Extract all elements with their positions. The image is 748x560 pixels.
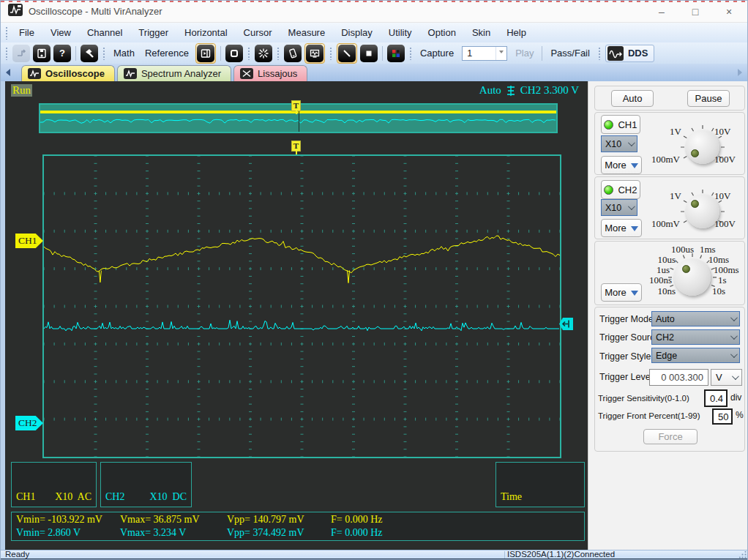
ch1-flag-label: CH1 — [18, 235, 37, 247]
side-panel-toggle[interactable] — [195, 43, 216, 64]
tools-button[interactable] — [81, 45, 98, 62]
status-text: Ready — [5, 550, 29, 559]
trigger-level-marker[interactable] — [559, 318, 573, 333]
trigger-sensitivity-label: Trigger Sensitivity(0-1.0) — [598, 394, 689, 403]
tab-oscilloscope[interactable]: Oscilloscope — [21, 65, 115, 81]
ch2-led-icon — [604, 185, 613, 195]
open-button[interactable] — [12, 45, 30, 62]
timebase-control-group: More 100us 10us 1us 100ns 10ns 1ms 10ms … — [594, 241, 745, 305]
ch2-position-flag[interactable]: CH2 — [15, 416, 43, 430]
device-button[interactable] — [284, 45, 302, 62]
trigger-position-marker-overview[interactable]: T — [291, 100, 301, 111]
menu-item-utility[interactable]: Utility — [381, 24, 420, 41]
menu-item-horizontal[interactable]: Horizontal — [176, 24, 236, 41]
window-title: Oscilloscope - Multi VirAnalyzer — [29, 6, 162, 17]
trigger-style-select[interactable]: Edge — [651, 348, 740, 363]
math-button[interactable]: Math — [108, 48, 140, 59]
ch1-vmin: Vmin= -103.922 mV — [16, 513, 102, 526]
display-wave-toggle[interactable] — [304, 43, 325, 64]
trigger-level-icon — [506, 85, 515, 97]
ch2-flag-label: CH2 — [18, 417, 37, 429]
ch1-probe-select[interactable]: X10 — [601, 135, 637, 152]
menu-grip — [5, 26, 8, 40]
toolbar-grip — [409, 47, 412, 60]
color-settings-button[interactable] — [387, 45, 405, 62]
trigger-level-input[interactable]: 0 003.300 — [649, 369, 708, 386]
play-button[interactable]: Play — [510, 48, 539, 59]
ch1-enable-button[interactable]: CH1 — [601, 115, 640, 134]
capture-label: Capture — [415, 48, 459, 59]
minimize-button[interactable]: – — [651, 6, 673, 18]
ch2-frequency: F= 0.000 Hz — [331, 526, 383, 539]
toolbar-separator — [220, 46, 221, 61]
dds-label: DDS — [628, 48, 648, 59]
menu-item-channel[interactable]: Channel — [79, 24, 130, 41]
ch2-probe-select[interactable]: X10 — [601, 199, 637, 216]
menu-item-trigger[interactable]: Trigger — [130, 24, 176, 41]
capture-count-select[interactable]: 1 — [462, 46, 507, 61]
maximize-button[interactable]: □ — [684, 6, 706, 18]
stop-icon — [363, 48, 375, 59]
save-icon — [36, 48, 48, 59]
full-screen-button[interactable] — [225, 45, 243, 62]
menu-item-help[interactable]: Help — [498, 24, 534, 41]
trigger-style-label: Trigger Style — [599, 351, 651, 362]
chevron-down-icon — [732, 373, 739, 380]
dds-button[interactable]: DDS — [605, 45, 654, 62]
run-control-group: Auto Pause — [594, 86, 745, 111]
pause-button[interactable]: Pause — [687, 90, 730, 107]
toolbar-grip — [247, 47, 250, 60]
menu-item-file[interactable]: File — [11, 24, 42, 41]
main-area: Run Auto CH2 3.300 V T T CH1 CH2 CH1X10 … — [1, 81, 748, 550]
menu-item-cursor[interactable]: Cursor — [236, 24, 280, 41]
tab-lissajous[interactable]: Lissajous — [233, 65, 307, 81]
tab-bar: Oscilloscope Spectrum Analyzer Lissajous — [1, 64, 747, 81]
tab-scroll-left[interactable] — [6, 69, 10, 76]
trigger-front-percent-input[interactable]: 50 — [712, 408, 733, 425]
hammer-icon — [83, 48, 95, 59]
trigger-sensitivity-input[interactable]: 0.4 — [704, 389, 728, 407]
run-status: Run — [11, 84, 32, 97]
auto-button[interactable]: Auto — [611, 90, 654, 107]
center-waves-button[interactable] — [255, 45, 272, 62]
trigger-level-unit-select[interactable]: V — [711, 369, 742, 386]
scope-grid[interactable] — [42, 154, 561, 458]
resize-grip-icon[interactable] — [739, 551, 747, 559]
force-trigger-button[interactable]: Force — [643, 429, 697, 444]
open-icon — [15, 48, 27, 59]
line-draw-toggle[interactable] — [337, 43, 357, 64]
tab-scroll-right[interactable] — [738, 69, 742, 76]
stop-button[interactable] — [360, 45, 378, 62]
menu-bar: File View Channel Trigger Horizontal Cur… — [1, 23, 747, 42]
menu-item-skin[interactable]: Skin — [464, 24, 498, 41]
timebase-label-10ns: 10ns — [637, 285, 676, 297]
ch2-enable-button[interactable]: CH2 — [601, 180, 640, 199]
menu-item-option[interactable]: Option — [420, 24, 464, 41]
trigger-source-select[interactable]: CH2 — [651, 329, 740, 345]
ch1-position-flag[interactable]: CH1 — [15, 234, 43, 248]
tab-spectrum-analyzer[interactable]: Spectrum Analyzer — [117, 65, 231, 81]
timebase-label-1s: 1s — [718, 275, 727, 286]
passfail-button[interactable]: Pass/Fail — [545, 48, 594, 59]
reference-button[interactable]: Reference — [140, 48, 194, 59]
trigger-sensitivity-unit: div — [730, 392, 741, 403]
trigger-position-marker[interactable]: T — [291, 141, 301, 152]
trigger-control-group: Trigger Mode Auto Trigger Source CH2 Tri… — [594, 307, 745, 452]
trigger-mode-select[interactable]: Auto — [651, 311, 740, 326]
capture-count-value: 1 — [467, 48, 472, 59]
menu-item-display[interactable]: Display — [333, 24, 381, 41]
menu-item-measure[interactable]: Measure — [280, 24, 334, 41]
ch2-readout-probe: X10 DC — [149, 490, 187, 504]
ch2-knob-label-100mv: 100mV — [636, 218, 680, 230]
help-button[interactable]: ? — [53, 45, 71, 62]
close-button[interactable]: × — [718, 6, 740, 18]
menu-item-view[interactable]: View — [42, 24, 79, 41]
toolbar: ? Math Reference Capture 1 Play Pass/Fai… — [1, 42, 747, 64]
app-icon — [8, 4, 23, 19]
dropdown-arrow-icon — [495, 47, 506, 60]
lissajous-tab-icon — [240, 68, 253, 79]
ch2-vmax: Vmax= 3.234 V — [120, 526, 186, 539]
timebase-knob[interactable] — [674, 259, 711, 296]
ch1-frequency: F= 0.000 Hz — [331, 513, 383, 526]
save-button[interactable] — [33, 45, 51, 62]
